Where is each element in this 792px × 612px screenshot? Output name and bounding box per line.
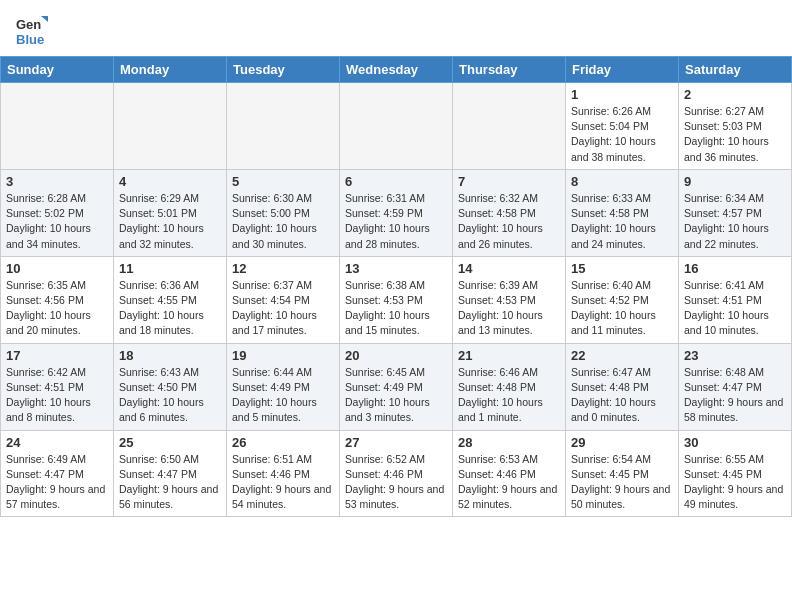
day-info: Sunrise: 6:27 AM Sunset: 5:03 PM Dayligh… bbox=[684, 104, 786, 165]
day-number: 29 bbox=[571, 435, 673, 450]
calendar-day-cell: 15Sunrise: 6:40 AM Sunset: 4:52 PM Dayli… bbox=[566, 256, 679, 343]
calendar-week-row: 17Sunrise: 6:42 AM Sunset: 4:51 PM Dayli… bbox=[1, 343, 792, 430]
day-number: 20 bbox=[345, 348, 447, 363]
day-number: 25 bbox=[119, 435, 221, 450]
day-info: Sunrise: 6:35 AM Sunset: 4:56 PM Dayligh… bbox=[6, 278, 108, 339]
calendar-day-cell: 12Sunrise: 6:37 AM Sunset: 4:54 PM Dayli… bbox=[227, 256, 340, 343]
logo: Gen Blue bbox=[16, 12, 48, 48]
page-header: Gen Blue bbox=[0, 0, 792, 56]
day-info: Sunrise: 6:30 AM Sunset: 5:00 PM Dayligh… bbox=[232, 191, 334, 252]
weekday-header: Tuesday bbox=[227, 57, 340, 83]
day-number: 5 bbox=[232, 174, 334, 189]
day-number: 27 bbox=[345, 435, 447, 450]
svg-text:Gen: Gen bbox=[16, 17, 41, 32]
calendar-day-cell: 22Sunrise: 6:47 AM Sunset: 4:48 PM Dayli… bbox=[566, 343, 679, 430]
day-info: Sunrise: 6:31 AM Sunset: 4:59 PM Dayligh… bbox=[345, 191, 447, 252]
day-number: 3 bbox=[6, 174, 108, 189]
calendar-day-cell: 24Sunrise: 6:49 AM Sunset: 4:47 PM Dayli… bbox=[1, 430, 114, 517]
calendar-day-cell: 27Sunrise: 6:52 AM Sunset: 4:46 PM Dayli… bbox=[340, 430, 453, 517]
day-number: 19 bbox=[232, 348, 334, 363]
day-info: Sunrise: 6:28 AM Sunset: 5:02 PM Dayligh… bbox=[6, 191, 108, 252]
calendar-day-cell: 1Sunrise: 6:26 AM Sunset: 5:04 PM Daylig… bbox=[566, 83, 679, 170]
day-info: Sunrise: 6:41 AM Sunset: 4:51 PM Dayligh… bbox=[684, 278, 786, 339]
weekday-header: Saturday bbox=[679, 57, 792, 83]
calendar-week-row: 1Sunrise: 6:26 AM Sunset: 5:04 PM Daylig… bbox=[1, 83, 792, 170]
calendar-day-cell: 18Sunrise: 6:43 AM Sunset: 4:50 PM Dayli… bbox=[114, 343, 227, 430]
calendar-day-cell bbox=[340, 83, 453, 170]
day-number: 24 bbox=[6, 435, 108, 450]
calendar-day-cell: 5Sunrise: 6:30 AM Sunset: 5:00 PM Daylig… bbox=[227, 169, 340, 256]
day-number: 9 bbox=[684, 174, 786, 189]
day-info: Sunrise: 6:26 AM Sunset: 5:04 PM Dayligh… bbox=[571, 104, 673, 165]
day-number: 8 bbox=[571, 174, 673, 189]
calendar-day-cell: 14Sunrise: 6:39 AM Sunset: 4:53 PM Dayli… bbox=[453, 256, 566, 343]
calendar-day-cell: 8Sunrise: 6:33 AM Sunset: 4:58 PM Daylig… bbox=[566, 169, 679, 256]
calendar-day-cell: 16Sunrise: 6:41 AM Sunset: 4:51 PM Dayli… bbox=[679, 256, 792, 343]
calendar-day-cell bbox=[453, 83, 566, 170]
calendar-day-cell bbox=[114, 83, 227, 170]
day-number: 2 bbox=[684, 87, 786, 102]
calendar-day-cell: 6Sunrise: 6:31 AM Sunset: 4:59 PM Daylig… bbox=[340, 169, 453, 256]
day-info: Sunrise: 6:45 AM Sunset: 4:49 PM Dayligh… bbox=[345, 365, 447, 426]
calendar-day-cell bbox=[227, 83, 340, 170]
day-info: Sunrise: 6:39 AM Sunset: 4:53 PM Dayligh… bbox=[458, 278, 560, 339]
day-number: 15 bbox=[571, 261, 673, 276]
day-info: Sunrise: 6:37 AM Sunset: 4:54 PM Dayligh… bbox=[232, 278, 334, 339]
day-number: 16 bbox=[684, 261, 786, 276]
day-number: 7 bbox=[458, 174, 560, 189]
day-info: Sunrise: 6:44 AM Sunset: 4:49 PM Dayligh… bbox=[232, 365, 334, 426]
day-info: Sunrise: 6:29 AM Sunset: 5:01 PM Dayligh… bbox=[119, 191, 221, 252]
day-info: Sunrise: 6:33 AM Sunset: 4:58 PM Dayligh… bbox=[571, 191, 673, 252]
day-number: 13 bbox=[345, 261, 447, 276]
calendar-day-cell: 9Sunrise: 6:34 AM Sunset: 4:57 PM Daylig… bbox=[679, 169, 792, 256]
day-info: Sunrise: 6:50 AM Sunset: 4:47 PM Dayligh… bbox=[119, 452, 221, 513]
day-number: 6 bbox=[345, 174, 447, 189]
weekday-header: Monday bbox=[114, 57, 227, 83]
day-info: Sunrise: 6:51 AM Sunset: 4:46 PM Dayligh… bbox=[232, 452, 334, 513]
calendar-day-cell: 30Sunrise: 6:55 AM Sunset: 4:45 PM Dayli… bbox=[679, 430, 792, 517]
day-number: 28 bbox=[458, 435, 560, 450]
day-number: 4 bbox=[119, 174, 221, 189]
weekday-header: Thursday bbox=[453, 57, 566, 83]
day-number: 14 bbox=[458, 261, 560, 276]
day-info: Sunrise: 6:42 AM Sunset: 4:51 PM Dayligh… bbox=[6, 365, 108, 426]
day-info: Sunrise: 6:52 AM Sunset: 4:46 PM Dayligh… bbox=[345, 452, 447, 513]
calendar-day-cell: 13Sunrise: 6:38 AM Sunset: 4:53 PM Dayli… bbox=[340, 256, 453, 343]
day-number: 23 bbox=[684, 348, 786, 363]
day-number: 30 bbox=[684, 435, 786, 450]
weekday-header: Wednesday bbox=[340, 57, 453, 83]
day-info: Sunrise: 6:47 AM Sunset: 4:48 PM Dayligh… bbox=[571, 365, 673, 426]
logo-icon: Gen Blue bbox=[16, 12, 48, 48]
day-info: Sunrise: 6:38 AM Sunset: 4:53 PM Dayligh… bbox=[345, 278, 447, 339]
day-info: Sunrise: 6:49 AM Sunset: 4:47 PM Dayligh… bbox=[6, 452, 108, 513]
calendar-week-row: 10Sunrise: 6:35 AM Sunset: 4:56 PM Dayli… bbox=[1, 256, 792, 343]
calendar-day-cell: 3Sunrise: 6:28 AM Sunset: 5:02 PM Daylig… bbox=[1, 169, 114, 256]
day-info: Sunrise: 6:34 AM Sunset: 4:57 PM Dayligh… bbox=[684, 191, 786, 252]
weekday-header: Friday bbox=[566, 57, 679, 83]
day-number: 17 bbox=[6, 348, 108, 363]
day-number: 12 bbox=[232, 261, 334, 276]
calendar-week-row: 24Sunrise: 6:49 AM Sunset: 4:47 PM Dayli… bbox=[1, 430, 792, 517]
day-info: Sunrise: 6:48 AM Sunset: 4:47 PM Dayligh… bbox=[684, 365, 786, 426]
day-number: 18 bbox=[119, 348, 221, 363]
calendar-day-cell: 29Sunrise: 6:54 AM Sunset: 4:45 PM Dayli… bbox=[566, 430, 679, 517]
day-number: 10 bbox=[6, 261, 108, 276]
calendar-day-cell: 20Sunrise: 6:45 AM Sunset: 4:49 PM Dayli… bbox=[340, 343, 453, 430]
day-number: 21 bbox=[458, 348, 560, 363]
calendar-day-cell bbox=[1, 83, 114, 170]
day-info: Sunrise: 6:32 AM Sunset: 4:58 PM Dayligh… bbox=[458, 191, 560, 252]
calendar-day-cell: 19Sunrise: 6:44 AM Sunset: 4:49 PM Dayli… bbox=[227, 343, 340, 430]
svg-marker-1 bbox=[41, 16, 48, 22]
calendar-week-row: 3Sunrise: 6:28 AM Sunset: 5:02 PM Daylig… bbox=[1, 169, 792, 256]
day-info: Sunrise: 6:43 AM Sunset: 4:50 PM Dayligh… bbox=[119, 365, 221, 426]
calendar-day-cell: 10Sunrise: 6:35 AM Sunset: 4:56 PM Dayli… bbox=[1, 256, 114, 343]
day-number: 26 bbox=[232, 435, 334, 450]
calendar-day-cell: 4Sunrise: 6:29 AM Sunset: 5:01 PM Daylig… bbox=[114, 169, 227, 256]
day-info: Sunrise: 6:36 AM Sunset: 4:55 PM Dayligh… bbox=[119, 278, 221, 339]
day-number: 1 bbox=[571, 87, 673, 102]
calendar-table: SundayMondayTuesdayWednesdayThursdayFrid… bbox=[0, 56, 792, 517]
day-number: 11 bbox=[119, 261, 221, 276]
calendar-day-cell: 25Sunrise: 6:50 AM Sunset: 4:47 PM Dayli… bbox=[114, 430, 227, 517]
calendar-day-cell: 28Sunrise: 6:53 AM Sunset: 4:46 PM Dayli… bbox=[453, 430, 566, 517]
calendar-day-cell: 17Sunrise: 6:42 AM Sunset: 4:51 PM Dayli… bbox=[1, 343, 114, 430]
